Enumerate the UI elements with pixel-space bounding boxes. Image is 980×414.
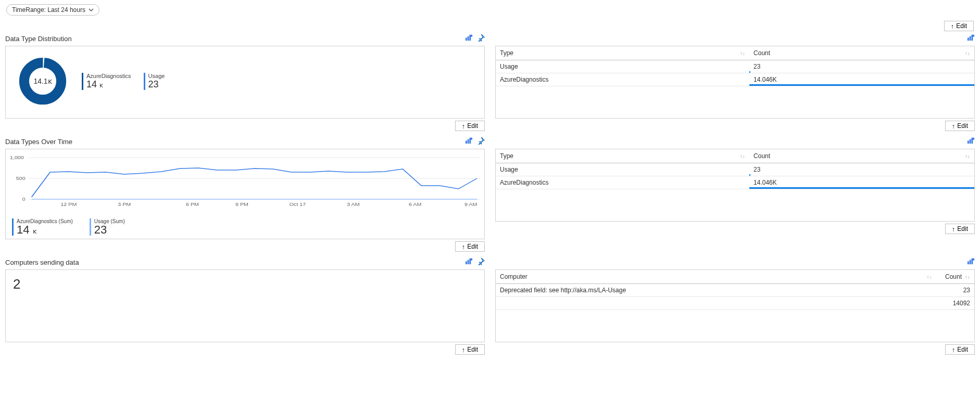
card-title: Data Type Distribution: [5, 35, 72, 43]
edit-button[interactable]: ↑Edit: [455, 344, 485, 355]
th-type[interactable]: Type↑↓: [496, 46, 749, 60]
th-count[interactable]: Count↑↓: [749, 46, 974, 60]
log-analytics-icon[interactable]: [967, 137, 975, 146]
svg-rect-11: [468, 139, 469, 144]
time-range-dropdown[interactable]: TimeRange: Last 24 hours: [6, 4, 99, 16]
table-row[interactable]: Usage 23: [496, 60, 974, 73]
time-range-label: TimeRange: Last 24 hours: [12, 6, 85, 14]
svg-point-3: [470, 35, 472, 37]
sort-icon: ↑↓: [740, 153, 745, 159]
edit-label: Edit: [956, 22, 967, 30]
svg-rect-0: [466, 38, 467, 41]
legend-item: AzureDiagnostics (Sum) 14 ᴋ: [12, 218, 73, 236]
svg-text:1,000: 1,000: [10, 155, 24, 160]
edit-button[interactable]: ↑Edit: [945, 344, 975, 355]
computer-count-table: Computer↑↓ Count↑↓ Deprecated field: see…: [496, 270, 974, 310]
legend-item: Usage 23: [144, 73, 165, 90]
card-data-type-distribution: Data Type Distribution 14.1ᴋ: [5, 33, 485, 131]
edit-button[interactable]: ↑Edit: [455, 121, 485, 131]
card-over-time-table: Type↑↓ Count↑↓ Usage 23 AzureDiagnostics…: [495, 136, 975, 252]
legend-item: Usage (Sum) 23: [90, 218, 125, 236]
svg-rect-29: [970, 139, 971, 144]
th-count[interactable]: Count↑↓: [936, 270, 974, 284]
svg-rect-10: [466, 141, 467, 144]
sort-icon: ↑↓: [965, 153, 970, 159]
type-count-table: Type↑↓ Count↑↓ Usage 23 AzureDiagnostics…: [496, 46, 974, 86]
svg-rect-36: [968, 262, 969, 265]
log-analytics-icon[interactable]: [465, 257, 473, 267]
card-computer-table: Computer↑↓ Count↑↓ Deprecated field: see…: [495, 257, 975, 355]
svg-point-39: [972, 258, 974, 261]
svg-rect-1: [468, 36, 469, 41]
type-count-table: Type↑↓ Count↑↓ Usage 23 AzureDiagnostics…: [496, 149, 974, 189]
table-row[interactable]: AzureDiagnostics 14.046K: [496, 176, 974, 189]
edit-button-top[interactable]: ↑ Edit: [944, 21, 974, 31]
th-computer[interactable]: Computer↑↓: [496, 270, 936, 284]
log-analytics-icon[interactable]: [967, 34, 975, 43]
legend-item: AzureDiagnostics 14 ᴋ: [82, 73, 131, 90]
svg-rect-37: [970, 260, 971, 264]
sort-icon: ↑↓: [740, 50, 745, 56]
card-title: Computers sending data: [5, 258, 79, 266]
svg-text:Oct 17: Oct 17: [290, 202, 306, 207]
sort-icon: ↑↓: [965, 50, 970, 56]
line-chart: 1,000 500 0 12 PM 3 PM 6 PM 9 PM Oct 17 …: [10, 152, 480, 215]
edit-button[interactable]: ↑Edit: [945, 224, 975, 234]
svg-text:500: 500: [16, 176, 26, 181]
legend-label: Usage: [148, 73, 165, 79]
log-analytics-icon[interactable]: [967, 257, 975, 267]
arrow-up-icon: ↑: [951, 23, 954, 30]
th-type[interactable]: Type↑↓: [496, 149, 749, 163]
svg-text:0: 0: [22, 197, 26, 202]
card-title: Data Types Over Time: [5, 138, 72, 146]
edit-button[interactable]: ↑Edit: [455, 241, 485, 252]
computers-count: 2: [11, 275, 479, 293]
svg-rect-33: [468, 260, 469, 264]
legend-label: AzureDiagnostics: [86, 73, 131, 79]
pin-icon[interactable]: [477, 257, 485, 267]
arrow-up-icon: ↑: [952, 123, 956, 130]
log-analytics-icon[interactable]: [465, 34, 473, 43]
table-row[interactable]: 14092: [496, 297, 974, 310]
svg-text:6 PM: 6 PM: [186, 202, 199, 207]
svg-point-9: [972, 35, 974, 37]
donut-chart: 14.1ᴋ: [18, 57, 67, 106]
log-analytics-icon[interactable]: [465, 137, 473, 146]
table-row[interactable]: Usage 23: [496, 163, 974, 176]
sort-icon: ↑↓: [926, 274, 932, 280]
svg-text:12 PM: 12 PM: [60, 202, 77, 207]
svg-point-13: [470, 138, 472, 140]
svg-text:3 AM: 3 AM: [347, 202, 359, 207]
svg-rect-6: [968, 38, 969, 41]
svg-text:9 AM: 9 AM: [464, 202, 477, 207]
sort-icon: ↑↓: [965, 274, 970, 280]
donut-total: 14.1ᴋ: [18, 57, 67, 106]
pin-icon[interactable]: [477, 137, 485, 146]
chevron-down-icon: [89, 7, 94, 12]
arrow-up-icon: ↑: [952, 226, 956, 232]
edit-button[interactable]: ↑Edit: [945, 121, 975, 131]
card-computers-sending-data: Computers sending data 2 ↑Edit: [5, 257, 485, 355]
legend-value: 14: [86, 79, 97, 89]
svg-text:6 AM: 6 AM: [409, 202, 421, 207]
arrow-up-icon: ↑: [462, 243, 466, 250]
table-row[interactable]: Deprecated field: see http://aka.ms/LA-U…: [496, 284, 974, 297]
pin-icon[interactable]: [477, 34, 485, 43]
svg-point-31: [972, 138, 974, 140]
svg-rect-7: [970, 36, 971, 41]
arrow-up-icon: ↑: [462, 346, 466, 353]
svg-text:9 PM: 9 PM: [235, 202, 248, 207]
card-data-types-over-time: Data Types Over Time 1,000 500 0: [5, 136, 485, 252]
svg-point-35: [470, 258, 472, 261]
svg-rect-32: [466, 262, 467, 265]
th-count[interactable]: Count↑↓: [749, 149, 974, 163]
svg-rect-28: [968, 141, 969, 144]
svg-text:3 PM: 3 PM: [118, 202, 131, 207]
arrow-up-icon: ↑: [952, 346, 956, 353]
legend-value: 23: [148, 79, 159, 89]
table-row[interactable]: AzureDiagnostics 14.046K: [496, 73, 974, 86]
arrow-up-icon: ↑: [462, 123, 466, 130]
card-distribution-table: Type↑↓ Count↑↓ Usage 23 AzureDiagnostics…: [495, 33, 975, 131]
